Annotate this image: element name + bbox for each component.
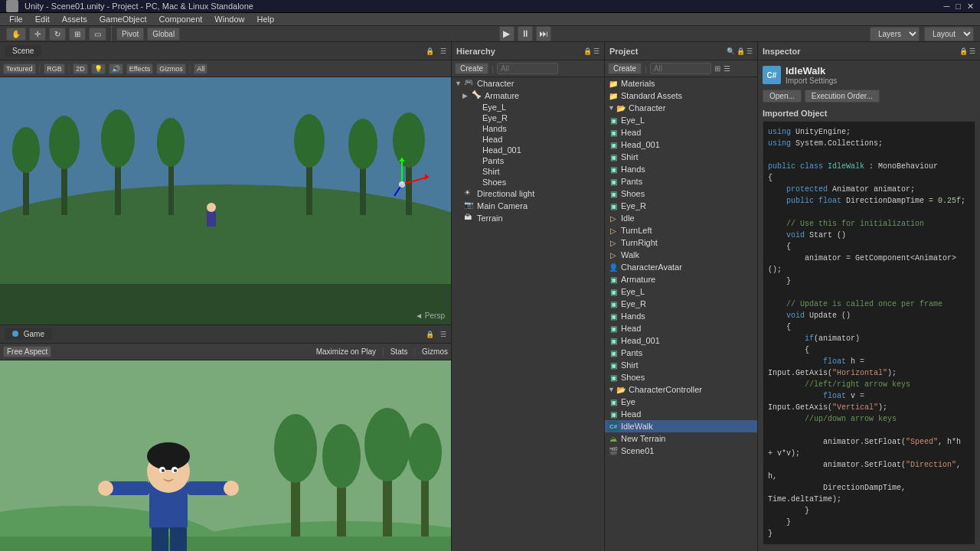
proj-item-head001-2[interactable]: ▣ Head_001 (605, 334, 757, 347)
scale-tool-btn[interactable]: ⊞ (69, 28, 86, 41)
hierarchy-menu-btn[interactable]: ☰ (593, 47, 599, 55)
proj-item-shirt2[interactable]: ▣ Shirt (605, 359, 757, 371)
project-create-btn[interactable]: Create (608, 63, 642, 74)
proj-item-head-char[interactable]: ▣ Head (605, 126, 757, 139)
tree-item-armature[interactable]: ▶ 🦴 Armature (452, 90, 604, 102)
menu-assets[interactable]: Assets (56, 13, 93, 25)
proj-item-charcontroller[interactable]: ▼ 📂 CharacterController (605, 383, 757, 396)
textured-control[interactable]: Textured (3, 64, 36, 74)
layout-dropdown[interactable]: Layout (924, 27, 974, 41)
tree-item-hands[interactable]: Hands (452, 123, 604, 134)
scene-panel-lock[interactable]: 🔒 (426, 47, 434, 55)
proj-item-head001-char[interactable]: ▣ Head_001 (605, 139, 757, 151)
rect-tool-btn[interactable]: ▭ (89, 28, 106, 41)
game-gizmos-control[interactable]: Gizmos (422, 347, 448, 356)
proj-item-idle[interactable]: ▷ Idle (605, 212, 757, 224)
proj-item-scene01[interactable]: 🎬 Scene01 (605, 445, 757, 457)
proj-item-idlewalk[interactable]: C# IdleWalk (605, 420, 757, 432)
hierarchy-search[interactable] (497, 63, 558, 74)
tree-item-camera[interactable]: 📷 Main Camera (452, 200, 604, 212)
menu-file[interactable]: File (3, 13, 29, 25)
twod-control[interactable]: 2D (73, 64, 88, 74)
proj-item-materials[interactable]: 📁 Materials (605, 77, 757, 90)
proj-item-character[interactable]: ▼ 📂 Character (605, 102, 757, 114)
proj-item-head2[interactable]: ▣ Head (605, 322, 757, 334)
gizmos-control[interactable]: Gizmos (156, 64, 186, 74)
project-col-toggle[interactable]: ⊞ (714, 64, 720, 73)
hierarchy-lock-btn[interactable]: 🔒 (583, 47, 592, 55)
hand-tool-btn[interactable]: ✋ (6, 28, 26, 41)
all-control[interactable]: All (194, 64, 207, 74)
inspector-menu-btn[interactable]: ☰ (969, 47, 975, 55)
project-search[interactable] (650, 63, 711, 74)
layers-dropdown[interactable]: Layers (870, 27, 920, 41)
step-button[interactable]: ⏭ (536, 26, 551, 41)
close-btn[interactable]: ✕ (967, 2, 974, 11)
tree-item-head[interactable]: Head (452, 134, 604, 145)
open-button[interactable]: Open... (763, 90, 802, 103)
tree-item-terrain[interactable]: 🏔 Terrain (452, 212, 604, 224)
rgb-control[interactable]: RGB (44, 64, 65, 74)
tree-item-head001[interactable]: Head_001 (452, 145, 604, 155)
proj-item-turnleft[interactable]: ▷ TurnLeft (605, 224, 757, 236)
execution-order-button[interactable]: Execution Order... (805, 90, 880, 103)
pause-button[interactable]: ⏸ (518, 26, 533, 41)
proj-item-eyer-char[interactable]: ▣ Eye_R (605, 200, 757, 212)
aspect-control[interactable]: Free Aspect (3, 346, 51, 357)
menu-component[interactable]: Component (152, 13, 208, 25)
tree-item-eyel[interactable]: Eye_L (452, 102, 604, 112)
game-panel-menu[interactable]: ☰ (440, 331, 446, 338)
project-lock-btn[interactable]: 🔒 (737, 47, 745, 55)
proj-item-hands-char[interactable]: ▣ Hands (605, 163, 757, 175)
tree-item-shirt[interactable]: Shirt (452, 166, 604, 177)
proj-item-standardassets[interactable]: 📁 Standard Assets (605, 90, 757, 102)
tree-item-dirlight[interactable]: ☀ Directional light (452, 187, 604, 200)
pivot-btn[interactable]: Pivot (116, 28, 144, 41)
menu-window[interactable]: Window (208, 13, 250, 25)
proj-item-turnright[interactable]: ▷ TurnRight (605, 236, 757, 249)
proj-item-pants-char[interactable]: ▣ Pants (605, 175, 757, 187)
play-button[interactable]: ▶ (499, 26, 514, 41)
proj-item-shoes2[interactable]: ▣ Shoes (605, 371, 757, 383)
tree-item-pants[interactable]: Pants (452, 155, 604, 166)
proj-item-head-cc[interactable]: ▣ Head (605, 408, 757, 420)
project-list-toggle[interactable]: ☰ (724, 64, 730, 73)
menu-edit[interactable]: Edit (29, 13, 56, 25)
maximize-btn[interactable]: □ (956, 2, 961, 11)
game-panel-lock[interactable]: 🔒 (426, 331, 434, 338)
menu-help[interactable]: Help (250, 13, 280, 25)
game-tab[interactable]: Game (5, 328, 52, 340)
proj-item-charavatar[interactable]: 👤 CharacterAvatar (605, 261, 757, 273)
game-viewport[interactable] (0, 360, 451, 551)
inspector-lock-btn[interactable]: 🔒 (959, 47, 968, 55)
proj-item-hands2[interactable]: ▣ Hands (605, 310, 757, 322)
scene-viewport[interactable]: ◄ Persp (0, 77, 451, 324)
effects-control[interactable]: Effects (126, 64, 153, 74)
proj-item-pants2[interactable]: ▣ Pants (605, 347, 757, 359)
minimize-btn[interactable]: ─ (944, 2, 950, 11)
menu-gameobject[interactable]: GameObject (93, 13, 153, 25)
project-search-btn[interactable]: 🔍 (727, 47, 735, 55)
scene-panel-menu[interactable]: ☰ (440, 47, 446, 55)
svg-rect-28 (0, 536, 451, 551)
proj-item-eyel2[interactable]: ▣ Eye_L (605, 285, 757, 298)
proj-item-shirt-char[interactable]: ▣ Shirt (605, 151, 757, 163)
project-menu-btn[interactable]: ☰ (746, 47, 753, 55)
proj-item-newterrain[interactable]: ⛰ New Terrain (605, 432, 757, 445)
rotate-tool-btn[interactable]: ↻ (49, 28, 66, 41)
proj-item-eyel[interactable]: ▣ Eye_L (605, 114, 757, 126)
proj-item-eyer2[interactable]: ▣ Eye_R (605, 298, 757, 310)
proj-item-eye-cc[interactable]: ▣ Eye (605, 396, 757, 408)
tree-item-shoes[interactable]: Shoes (452, 177, 604, 187)
tree-item-eyer[interactable]: Eye_R (452, 112, 604, 123)
move-tool-btn[interactable]: ✛ (29, 28, 46, 41)
proj-item-walk[interactable]: ▷ Walk (605, 249, 757, 261)
scene-tab[interactable]: Scene (5, 45, 41, 57)
tree-item-character[interactable]: ▼ 🎮 Character (452, 77, 604, 90)
proj-item-shoes-char[interactable]: ▣ Shoes (605, 187, 757, 200)
stats-control[interactable]: Stats (390, 347, 408, 356)
proj-item-armature-char[interactable]: ▣ Armature (605, 273, 757, 285)
hierarchy-create-btn[interactable]: Create (455, 63, 488, 74)
maximize-control[interactable]: Maximize on Play (316, 347, 376, 356)
global-btn[interactable]: Global (147, 28, 180, 41)
